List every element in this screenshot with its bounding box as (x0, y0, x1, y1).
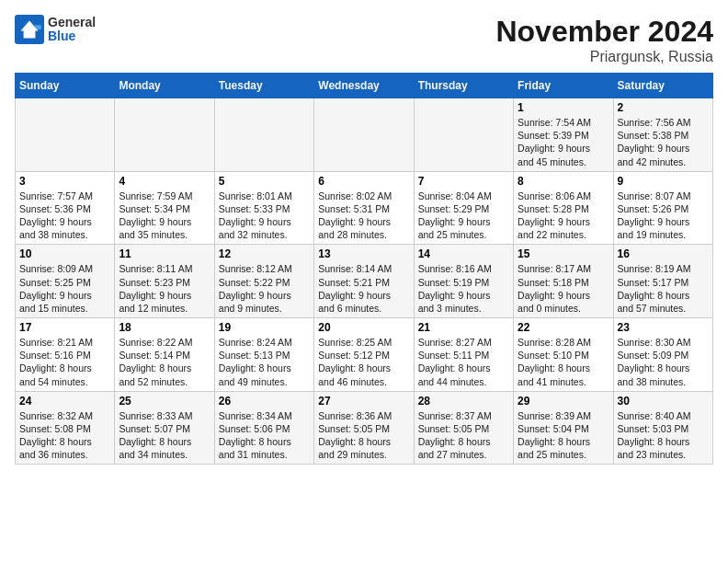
title-block: November 2024 Priargunsk, Russia (495, 15, 713, 65)
calendar-day-cell (314, 98, 414, 172)
day-number: 18 (119, 321, 210, 334)
logo: General Blue (15, 15, 96, 44)
day-info: Sunrise: 8:36 AM Sunset: 5:05 PM Dayligh… (318, 409, 409, 462)
calendar-day-cell: 29Sunrise: 8:39 AM Sunset: 5:04 PM Dayli… (514, 391, 613, 465)
calendar-day-cell: 15Sunrise: 8:17 AM Sunset: 5:18 PM Dayli… (514, 245, 613, 318)
day-number: 29 (518, 395, 609, 408)
day-info: Sunrise: 8:24 AM Sunset: 5:13 PM Dayligh… (219, 336, 310, 388)
day-info: Sunrise: 8:11 AM Sunset: 5:23 PM Dayligh… (119, 262, 210, 315)
logo-text: General Blue (48, 16, 96, 44)
calendar-day-cell: 21Sunrise: 8:27 AM Sunset: 5:11 PM Dayli… (414, 318, 513, 392)
day-info: Sunrise: 8:16 AM Sunset: 5:19 PM Dayligh… (418, 262, 509, 315)
weekday-header-cell: Friday (514, 74, 613, 98)
day-number: 25 (119, 395, 210, 408)
calendar-day-cell: 13Sunrise: 8:14 AM Sunset: 5:21 PM Dayli… (314, 245, 414, 318)
calendar-day-cell: 9Sunrise: 8:07 AM Sunset: 5:26 PM Daylig… (613, 171, 712, 245)
day-info: Sunrise: 8:37 AM Sunset: 5:05 PM Dayligh… (418, 409, 509, 462)
day-info: Sunrise: 8:07 AM Sunset: 5:26 PM Dayligh… (618, 190, 709, 242)
calendar-week-row: 24Sunrise: 8:32 AM Sunset: 5:08 PM Dayli… (16, 391, 713, 465)
calendar-day-cell: 17Sunrise: 8:21 AM Sunset: 5:16 PM Dayli… (16, 318, 115, 392)
calendar-day-cell: 25Sunrise: 8:33 AM Sunset: 5:07 PM Dayli… (115, 391, 214, 465)
calendar-day-cell: 16Sunrise: 8:19 AM Sunset: 5:17 PM Dayli… (613, 245, 712, 318)
page-header: General Blue November 2024 Priargunsk, R… (15, 15, 713, 65)
day-info: Sunrise: 8:14 AM Sunset: 5:21 PM Dayligh… (318, 262, 409, 315)
day-info: Sunrise: 8:02 AM Sunset: 5:31 PM Dayligh… (318, 190, 409, 242)
day-number: 6 (318, 175, 409, 188)
calendar-day-cell: 27Sunrise: 8:36 AM Sunset: 5:05 PM Dayli… (314, 391, 414, 465)
weekday-header-cell: Sunday (16, 74, 115, 98)
day-number: 11 (119, 247, 210, 260)
day-number: 28 (418, 395, 509, 408)
calendar-day-cell (115, 98, 214, 172)
logo-line1: General (48, 16, 96, 29)
calendar-week-row: 10Sunrise: 8:09 AM Sunset: 5:25 PM Dayli… (16, 245, 713, 318)
calendar-day-cell: 30Sunrise: 8:40 AM Sunset: 5:03 PM Dayli… (613, 391, 712, 465)
day-info: Sunrise: 8:21 AM Sunset: 5:16 PM Dayligh… (19, 336, 110, 388)
calendar-day-cell: 11Sunrise: 8:11 AM Sunset: 5:23 PM Dayli… (115, 245, 214, 318)
day-number: 15 (518, 247, 609, 260)
calendar-day-cell: 4Sunrise: 7:59 AM Sunset: 5:34 PM Daylig… (115, 171, 214, 245)
calendar-day-cell: 8Sunrise: 8:06 AM Sunset: 5:28 PM Daylig… (514, 171, 613, 245)
day-info: Sunrise: 8:40 AM Sunset: 5:03 PM Dayligh… (618, 409, 709, 462)
calendar-day-cell: 14Sunrise: 8:16 AM Sunset: 5:19 PM Dayli… (414, 245, 513, 318)
day-number: 16 (618, 247, 709, 260)
day-info: Sunrise: 8:01 AM Sunset: 5:33 PM Dayligh… (219, 190, 310, 242)
day-number: 22 (518, 321, 609, 334)
day-number: 23 (618, 321, 709, 334)
weekday-header-cell: Wednesday (314, 74, 414, 98)
calendar-day-cell: 10Sunrise: 8:09 AM Sunset: 5:25 PM Dayli… (16, 245, 115, 318)
day-info: Sunrise: 7:54 AM Sunset: 5:39 PM Dayligh… (518, 116, 609, 168)
day-number: 8 (518, 175, 609, 188)
day-number: 30 (618, 395, 709, 408)
month-title: November 2024 (495, 15, 713, 49)
weekday-header-cell: Saturday (613, 74, 712, 98)
day-number: 3 (19, 175, 110, 188)
day-info: Sunrise: 7:57 AM Sunset: 5:36 PM Dayligh… (19, 190, 110, 242)
logo-icon (15, 15, 44, 44)
day-number: 19 (219, 321, 310, 334)
day-number: 7 (418, 175, 509, 188)
day-info: Sunrise: 7:59 AM Sunset: 5:34 PM Dayligh… (119, 190, 210, 242)
day-info: Sunrise: 8:32 AM Sunset: 5:08 PM Dayligh… (19, 409, 110, 462)
calendar-day-cell: 2Sunrise: 7:56 AM Sunset: 5:38 PM Daylig… (613, 98, 712, 172)
weekday-header-cell: Tuesday (214, 74, 313, 98)
day-info: Sunrise: 7:56 AM Sunset: 5:38 PM Dayligh… (618, 116, 709, 168)
day-number: 21 (418, 321, 509, 334)
calendar-table: SundayMondayTuesdayWednesdayThursdayFrid… (15, 73, 713, 465)
calendar-body: 1Sunrise: 7:54 AM Sunset: 5:39 PM Daylig… (16, 98, 713, 465)
day-number: 20 (318, 321, 409, 334)
calendar-day-cell: 28Sunrise: 8:37 AM Sunset: 5:05 PM Dayli… (414, 391, 513, 465)
day-info: Sunrise: 8:12 AM Sunset: 5:22 PM Dayligh… (219, 262, 310, 315)
day-number: 13 (318, 247, 409, 260)
day-info: Sunrise: 8:39 AM Sunset: 5:04 PM Dayligh… (518, 409, 609, 462)
calendar-day-cell: 1Sunrise: 7:54 AM Sunset: 5:39 PM Daylig… (514, 98, 613, 172)
calendar-day-cell: 5Sunrise: 8:01 AM Sunset: 5:33 PM Daylig… (214, 171, 313, 245)
day-info: Sunrise: 8:09 AM Sunset: 5:25 PM Dayligh… (19, 262, 110, 315)
calendar-day-cell: 3Sunrise: 7:57 AM Sunset: 5:36 PM Daylig… (16, 171, 115, 245)
calendar-day-cell (16, 98, 115, 172)
calendar-day-cell: 24Sunrise: 8:32 AM Sunset: 5:08 PM Dayli… (16, 391, 115, 465)
day-number: 12 (219, 247, 310, 260)
day-info: Sunrise: 8:30 AM Sunset: 5:09 PM Dayligh… (618, 336, 709, 388)
day-info: Sunrise: 8:33 AM Sunset: 5:07 PM Dayligh… (119, 409, 210, 462)
day-info: Sunrise: 8:27 AM Sunset: 5:11 PM Dayligh… (418, 336, 509, 388)
logo-line2: Blue (48, 29, 96, 43)
calendar-day-cell: 18Sunrise: 8:22 AM Sunset: 5:14 PM Dayli… (115, 318, 214, 392)
day-number: 24 (19, 395, 110, 408)
calendar-day-cell (214, 98, 313, 172)
weekday-header-cell: Monday (115, 74, 214, 98)
day-info: Sunrise: 8:04 AM Sunset: 5:29 PM Dayligh… (418, 190, 509, 242)
day-number: 26 (219, 395, 310, 408)
day-number: 17 (19, 321, 110, 334)
day-info: Sunrise: 8:22 AM Sunset: 5:14 PM Dayligh… (119, 336, 210, 388)
day-number: 5 (219, 175, 310, 188)
weekday-header-row: SundayMondayTuesdayWednesdayThursdayFrid… (16, 74, 713, 98)
day-info: Sunrise: 8:17 AM Sunset: 5:18 PM Dayligh… (518, 262, 609, 315)
day-number: 9 (618, 175, 709, 188)
calendar-day-cell (414, 98, 513, 172)
calendar-day-cell: 20Sunrise: 8:25 AM Sunset: 5:12 PM Dayli… (314, 318, 414, 392)
calendar-day-cell: 26Sunrise: 8:34 AM Sunset: 5:06 PM Dayli… (214, 391, 313, 465)
calendar-week-row: 3Sunrise: 7:57 AM Sunset: 5:36 PM Daylig… (16, 171, 713, 245)
day-info: Sunrise: 8:06 AM Sunset: 5:28 PM Dayligh… (518, 190, 609, 242)
calendar-day-cell: 12Sunrise: 8:12 AM Sunset: 5:22 PM Dayli… (214, 245, 313, 318)
